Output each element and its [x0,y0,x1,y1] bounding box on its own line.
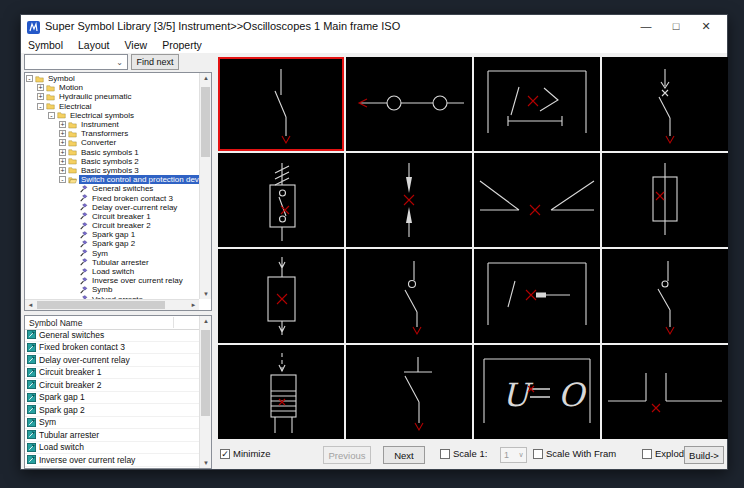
explode-checkbox[interactable] [642,449,652,459]
tree-item-inverse-over-current-relay[interactable]: Inverse over current relay [25,276,199,285]
scroll-up-icon[interactable]: ▲ [200,73,212,83]
close-window-icon[interactable]: ✕ [691,20,721,33]
list-item-symb[interactable]: Symb [25,467,199,469]
tree-item-load-switch[interactable]: Load switch [25,267,199,276]
list-item-inverse-over-current-relay[interactable]: Inverse over current relay [25,454,199,467]
expand-icon[interactable]: + [59,149,66,156]
scroll-up-icon[interactable]: ▲ [200,316,212,326]
tree-item-converter[interactable]: +Converter [25,138,199,147]
scale-dropdown[interactable]: 1 ∨ [500,447,527,463]
scroll-down-icon[interactable]: ▼ [200,458,212,468]
scroll-down-icon[interactable]: ▼ [200,289,212,299]
tree-item-spark-gap-2[interactable]: Spark gap 2 [25,239,199,248]
tree-item-instrument[interactable]: +Instrument [25,120,199,129]
tree-item-circuit-breaker-1[interactable]: Circuit breaker 1 [25,212,199,221]
expand-icon[interactable]: + [59,167,66,174]
tree-item-general-switches[interactable]: General switches [25,184,199,193]
menu-item-symbol[interactable]: Symbol [28,39,63,51]
symbol-cell-valved-arrester[interactable] [218,345,344,439]
tree-item-transformers[interactable]: +Transformers [25,129,199,138]
build-button[interactable]: Build-> [684,446,724,464]
previous-button[interactable]: Previous [323,446,371,464]
list-item-spark-gap-2[interactable]: Spark gap 2 [25,404,199,417]
symbol-cell-isolator-switch[interactable] [346,345,472,439]
minimize-window-icon[interactable]: — [631,20,661,32]
symbol-cell-broken-contact[interactable] [346,57,472,151]
symbol-cell-tubular-arrester[interactable] [218,249,344,343]
symbol-list-header[interactable]: Symbol Name [25,316,211,330]
maximize-window-icon[interactable]: □ [661,20,691,32]
expand-icon[interactable]: + [37,93,44,100]
tree-item-basic-symbols-2[interactable]: +Basic symbols 2 [25,157,199,166]
collapse-icon[interactable]: - [48,112,55,119]
symbol-cell-inverse-relay[interactable] [474,249,600,343]
tree-vertical-scrollbar[interactable]: ▲ ▼ [199,73,211,299]
list-item-label: Circuit breaker 1 [39,367,101,377]
tree-item-sym[interactable]: Sym [25,249,199,258]
tree-item-fixed-broken-contact-3[interactable]: Fixed broken contact 3 [25,193,199,202]
tree-item-tubular-arrester[interactable]: Tubular arrester [25,258,199,267]
symbol-cell-delay-relay[interactable] [474,57,600,151]
search-combo[interactable]: ⌄ [24,54,128,70]
scroll-left-icon[interactable]: ◄ [25,300,36,310]
tree-item-electrical[interactable]: -Electrical [25,102,199,111]
next-button[interactable]: Next [383,446,425,464]
menu-item-property[interactable]: Property [162,39,202,51]
minimize-checkbox[interactable]: ✓ [220,449,230,459]
collapse-icon[interactable]: - [26,75,33,82]
scale-checkbox[interactable] [440,449,450,459]
symbol-cell-hook-switch[interactable] [602,249,728,343]
expand-icon[interactable]: + [59,158,66,165]
symbol-name-column-header[interactable]: Symbol Name [29,318,82,328]
list-vertical-scrollbar[interactable]: ▲ ▼ [199,316,211,468]
expand-icon[interactable]: + [59,130,66,137]
tree-horizontal-scrollbar[interactable]: ◄ ► [25,299,199,310]
list-item-delay-over-current-relay[interactable]: Delay over-current relay [25,354,199,367]
list-item-spark-gap-1[interactable]: Spark gap 1 [25,392,199,405]
symbol-cell-spark-gap-wedges[interactable] [474,153,600,247]
tree-item-basic-symbols-1[interactable]: +Basic symbols 1 [25,148,199,157]
expand-icon[interactable]: + [59,121,66,128]
scale-dropdown-icon[interactable]: ∨ [516,451,526,459]
title-bar[interactable]: Super Symbol Library [3/5] Instrument>>O… [21,15,727,37]
symbol-cell-breaker-box[interactable] [218,153,344,247]
symbol-cell-knife-switch[interactable] [218,57,344,151]
list-item-tubular-arrester[interactable]: Tubular arrester [25,429,199,442]
expand-icon[interactable]: + [37,84,44,91]
list-item-sym[interactable]: Sym [25,417,199,430]
tree-item-delay-over-current-relay[interactable]: Delay over-current relay [25,203,199,212]
tree-item-symb[interactable]: Symb [25,285,199,294]
menu-item-layout[interactable]: Layout [78,39,110,51]
symbol-cell-spark-gap-arrows[interactable] [346,153,472,247]
symbol-cell-bracket-gap[interactable] [602,345,728,439]
expand-icon[interactable]: + [59,139,66,146]
symbol-tool-icon [27,405,36,414]
symbol-cell-breaker-switch[interactable] [602,57,728,151]
tree-hscroll-thumb[interactable] [37,301,165,309]
tree-item-basic-symbols-3[interactable]: +Basic symbols 3 [25,166,199,175]
tree-item-circuit-breaker-2[interactable]: Circuit breaker 2 [25,221,199,230]
tree-item-symbol[interactable]: -Symbol [25,74,199,83]
tree-item-motion[interactable]: +Motion [25,83,199,92]
tree-item-switch-control-and-protection-devices[interactable]: -Switch control and protection devices [25,175,199,184]
symbol-cell-u-equals-o[interactable]: UO [474,345,600,439]
symbol-cell-load-switch[interactable] [346,249,472,343]
find-next-button[interactable]: Find next [131,54,179,70]
list-item-general-switches[interactable]: General switches [25,329,199,342]
scale-with-frame-checkbox[interactable] [533,449,543,459]
menu-item-view[interactable]: View [125,39,148,51]
tree-vscroll-thumb[interactable] [201,87,210,157]
tree-item-hydraulic-pneumatic[interactable]: +Hydraulic pneumatic [25,92,199,101]
scroll-right-icon[interactable]: ► [188,300,199,310]
combo-dropdown-icon[interactable]: ⌄ [113,55,126,69]
list-item-circuit-breaker-2[interactable]: Circuit breaker 2 [25,379,199,392]
list-item-circuit-breaker-1[interactable]: Circuit breaker 1 [25,367,199,380]
list-vscroll-thumb[interactable] [201,330,210,416]
tree-item-electrical-symbols[interactable]: -Electrical symbols [25,111,199,120]
list-item-load-switch[interactable]: Load switch [25,442,199,455]
collapse-icon[interactable]: - [37,103,44,110]
collapse-icon[interactable]: - [59,176,66,183]
tree-item-spark-gap-1[interactable]: Spark gap 1 [25,230,199,239]
symbol-cell-fuse-box[interactable] [602,153,728,247]
list-item-fixed-broken-contact-3[interactable]: Fixed broken contact 3 [25,342,199,355]
